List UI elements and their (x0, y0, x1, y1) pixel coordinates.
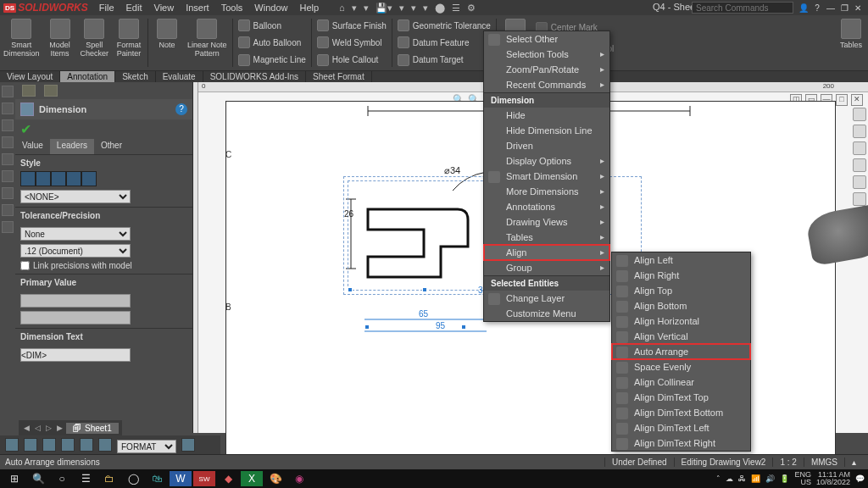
tool-icon[interactable] (2, 103, 14, 114)
tab-sketch[interactable]: Sketch (115, 71, 156, 82)
subtab-value[interactable]: Value (15, 139, 50, 154)
status-scale[interactable]: 1 : 2 (772, 458, 803, 467)
hud-icon[interactable] (853, 108, 866, 121)
tray-chevron-icon[interactable]: ˄ (716, 474, 721, 483)
handle-icon[interactable] (364, 324, 370, 330)
ctx-recent[interactable]: Recent Commands (484, 77, 609, 92)
ctx-tables[interactable]: Tables (484, 230, 609, 245)
open-icon[interactable]: ▾ (364, 3, 369, 14)
tab-evaluate[interactable]: Evaluate (156, 71, 203, 82)
datum-feature-button[interactable]: Datum Feature (398, 36, 491, 48)
style-btn-icon[interactable] (20, 171, 36, 186)
handle-icon[interactable] (461, 324, 466, 330)
align-vertical[interactable]: Align Vertical (612, 329, 750, 344)
hud-icon[interactable] (853, 141, 866, 155)
format-painter-button[interactable]: Format Painter (112, 15, 146, 70)
help-icon[interactable]: ? (810, 3, 824, 13)
tab-sheet-format[interactable]: Sheet Format (306, 71, 372, 82)
layer-icon[interactable] (5, 438, 19, 452)
handle-icon[interactable] (422, 287, 427, 292)
tool-icon[interactable] (2, 86, 14, 97)
menu-edit[interactable]: Edit (120, 1, 148, 14)
layer-icon[interactable] (80, 438, 93, 452)
ctx-selection-tools[interactable]: Selection Tools (484, 47, 609, 62)
space-evenly[interactable]: Space Evenly (612, 359, 750, 374)
primary-value-input2[interactable] (20, 311, 131, 324)
settings-icon[interactable]: ⚙ (467, 3, 476, 14)
tool-icon[interactable] (2, 153, 14, 165)
spell-checker-button[interactable]: Spell Checker (77, 15, 113, 70)
tool-icon[interactable] (2, 204, 14, 216)
primary-value-input[interactable] (20, 294, 131, 308)
sheet-prev-icon[interactable]: ◀ (22, 424, 31, 432)
hole-callout-button[interactable]: Hole Callout (317, 54, 387, 66)
menu-file[interactable]: File (93, 1, 120, 14)
tolerance-select[interactable]: None (20, 227, 131, 241)
pm-help-icon[interactable]: ? (175, 103, 187, 115)
align-dimtext-bottom[interactable]: Align DimText Bottom (612, 405, 750, 420)
menu-view[interactable]: View (148, 1, 181, 14)
ctx-hide-dimline[interactable]: Hide Dimension Line (484, 123, 609, 138)
word-icon[interactable]: W (170, 471, 192, 486)
cortana-icon[interactable]: ○ (51, 471, 73, 486)
tab-annotation[interactable]: Annotation (60, 71, 115, 82)
hud-icon[interactable] (853, 158, 866, 172)
ctx-change-layer[interactable]: Change Layer (484, 291, 609, 306)
sheet-next-icon[interactable]: ▷ (44, 424, 53, 432)
fm-tab-icon[interactable] (44, 85, 58, 97)
tray-lang[interactable]: ENG US (794, 471, 811, 486)
auto-arrange[interactable]: Auto Arrange (612, 344, 750, 359)
balloon-button[interactable]: Balloon (238, 19, 306, 31)
align-left[interactable]: Align Left (612, 252, 750, 268)
layer-icon[interactable] (24, 438, 37, 452)
ctx-display-options[interactable]: Display Options (484, 153, 609, 169)
subtab-leaders[interactable]: Leaders (50, 139, 94, 154)
max-icon[interactable]: □ (836, 94, 848, 106)
link-precisions-checkbox[interactable]: Link precisions with model (20, 261, 187, 270)
ctx-smart-dimension[interactable]: Smart Dimension (484, 169, 609, 184)
ctx-group[interactable]: Group (484, 260, 609, 275)
search-icon[interactable]: 🔍 (27, 471, 49, 486)
menu-window[interactable]: Window (248, 1, 293, 14)
tray-network-icon[interactable]: 🖧 (738, 474, 746, 483)
layer-icon[interactable] (98, 438, 112, 452)
ctx-driven[interactable]: Driven (484, 138, 609, 153)
menu-help[interactable]: Help (293, 1, 325, 14)
style-btn-icon[interactable] (66, 171, 81, 186)
tool-icon[interactable] (2, 187, 14, 199)
ctx-annotations[interactable]: Annotations (484, 199, 609, 214)
align-dimtext-top[interactable]: Align DimText Top (612, 390, 750, 405)
tray-clock[interactable]: 11:11 AM10/8/2022 (816, 471, 850, 486)
style-btn-icon[interactable] (81, 171, 97, 186)
fm-tab-icon[interactable] (22, 85, 36, 97)
layer-icon[interactable] (61, 438, 75, 452)
menu-insert[interactable]: Insert (180, 1, 215, 14)
solidworks-icon[interactable]: SW (193, 471, 215, 486)
style-btn-icon[interactable] (36, 171, 51, 186)
style-btn-icon[interactable] (51, 171, 66, 186)
close-icon[interactable]: ✕ (851, 3, 865, 13)
ctx-zoom-pan[interactable]: Zoom/Pan/Rotate (484, 62, 609, 77)
app-icon[interactable]: ◆ (217, 471, 239, 486)
hud-icon[interactable] (853, 125, 866, 138)
chrome-icon[interactable]: ◯ (122, 471, 144, 486)
start-icon[interactable]: ⊞ (3, 471, 25, 486)
tab-view-layout[interactable]: View Layout (0, 71, 60, 82)
subtab-other[interactable]: Other (94, 139, 129, 154)
ctx-more-dimensions[interactable]: More Dimensions (484, 184, 609, 199)
ctx-align[interactable]: Align (484, 245, 609, 260)
tab-addins[interactable]: SOLIDWORKS Add-Ins (203, 71, 306, 82)
align-dimtext-right[interactable]: Align DimText Right (612, 435, 750, 451)
model-items-button[interactable]: Model Items (43, 15, 77, 70)
weld-symbol-button[interactable]: Weld Symbol (317, 36, 387, 48)
layer-icon[interactable] (42, 438, 56, 452)
ok-icon[interactable]: ✔ (20, 122, 31, 136)
align-dimtext-left[interactable]: Align DimText Left (612, 420, 750, 435)
tool-icon[interactable] (2, 221, 14, 233)
app-icon[interactable]: ◉ (288, 471, 310, 486)
sheet-prev-icon[interactable]: ◁ (33, 424, 42, 432)
search-commands-input[interactable] (692, 2, 793, 14)
tool-icon[interactable] (2, 119, 14, 131)
format-select[interactable]: FORMAT (117, 440, 176, 453)
auto-balloon-button[interactable]: Auto Balloon (238, 36, 306, 48)
